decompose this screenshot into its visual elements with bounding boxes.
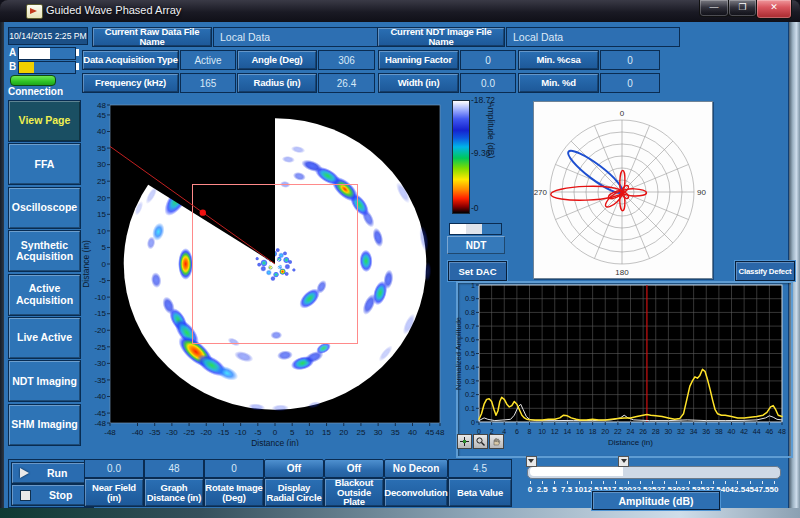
a-scan-plot[interactable]: 0246810121416182022242628303234363840424… <box>454 279 789 461</box>
slider-tick-label: 50 <box>762 485 786 494</box>
radius-value[interactable]: 26.4 <box>318 73 375 93</box>
param-value-graph-distance-in-[interactable]: 48 <box>144 459 204 478</box>
svg-text:-45: -45 <box>94 409 106 418</box>
param-label-deconvolution: Deconvolution <box>384 478 448 507</box>
zoom-tool-icon[interactable] <box>473 434 488 449</box>
minimize-button[interactable]: — <box>699 0 729 17</box>
ndt-progress[interactable] <box>449 223 502 235</box>
sidebar-item-view-page[interactable]: View Page <box>8 100 81 142</box>
sidebar-item-ndt-imaging[interactable]: NDT Imaging <box>8 360 81 402</box>
hanning-value[interactable]: 0 <box>460 50 516 70</box>
sidebar-item-shm-imaging[interactable]: SHM Imaging <box>8 404 81 446</box>
svg-text:14: 14 <box>563 428 571 435</box>
svg-text:5: 5 <box>290 428 295 437</box>
svg-text:45: 45 <box>425 428 434 437</box>
ndt-file-value[interactable]: Local Data <box>506 27 680 47</box>
run-button[interactable]: Run <box>11 462 91 484</box>
ndt-button[interactable]: NDT <box>447 236 505 254</box>
connection-label: Connection <box>8 86 63 97</box>
width-value[interactable]: 0.0 <box>460 73 516 93</box>
graph-palette <box>457 434 504 449</box>
sidebar-item-synthetic-acquisition[interactable]: Synthetic Acquisition <box>8 230 81 272</box>
angle-value[interactable]: 306 <box>318 50 375 70</box>
title-bar[interactable]: Guided Wave Phased Array — ❐ ✕ <box>0 0 800 22</box>
svg-text:10: 10 <box>538 428 546 435</box>
slider-tick <box>689 481 690 484</box>
svg-text:270: 270 <box>534 188 548 197</box>
channel-b-label: B <box>9 61 16 72</box>
svg-text:-20: -20 <box>200 428 212 437</box>
svg-text:32: 32 <box>677 428 685 435</box>
stop-icon <box>20 490 31 501</box>
ndt-image-plot[interactable]: -48-40-35-30-25-20-15-10-505101520253035… <box>80 96 448 450</box>
sidebar-item-active-acquisition[interactable]: Active Acquisition <box>8 274 81 316</box>
colorbar-min-label: -0 <box>471 203 479 213</box>
slider-tick <box>615 481 616 484</box>
param-value-beta-value[interactable]: 4.5 <box>448 459 512 478</box>
stop-button[interactable]: Stop <box>11 484 91 506</box>
slider-tick <box>640 481 641 484</box>
svg-text:-15: -15 <box>94 309 106 318</box>
window-title: Guided Wave Phased Array <box>46 4 181 16</box>
min-d-value[interactable]: 0 <box>600 73 660 93</box>
slider-tick <box>713 481 714 484</box>
connection-indicator <box>10 75 56 86</box>
maximize-button[interactable]: ❐ <box>728 0 757 17</box>
acq-type-value[interactable]: Active <box>180 50 236 70</box>
svg-text:0.3: 0.3 <box>465 377 475 386</box>
svg-text:0.5: 0.5 <box>465 349 475 358</box>
width-label: Width (in) <box>378 73 459 93</box>
sidebar-item-live-active[interactable]: Live Active <box>8 317 81 359</box>
svg-text:20: 20 <box>339 428 348 437</box>
svg-text:26: 26 <box>639 428 647 435</box>
ndt-progress-seg2 <box>466 224 482 234</box>
hanning-label: Hanning Factor <box>378 50 459 70</box>
min-csa-label: Min. %csa <box>518 50 599 70</box>
slider-tick <box>628 481 629 484</box>
param-label-display-radial-circle: Display Radial Circle <box>264 478 324 507</box>
svg-text:0.8: 0.8 <box>465 308 475 317</box>
svg-text:0: 0 <box>102 260 107 269</box>
classify-defect-button[interactable]: Classify Defect <box>735 261 795 281</box>
param-value-rotate-image-deg-[interactable]: 0 <box>204 459 264 478</box>
min-d-label: Min. %d <box>518 73 599 93</box>
param-value-deconvolution[interactable]: No Decon <box>384 459 448 478</box>
run-label: Run <box>47 467 67 479</box>
slider-tick <box>603 481 604 484</box>
sidebar-item-oscilloscope[interactable]: Oscilloscope <box>8 187 81 229</box>
svg-text:0: 0 <box>620 109 625 118</box>
beam-pattern-plot[interactable]: 018027090 <box>533 101 713 279</box>
svg-text:22: 22 <box>614 428 622 435</box>
svg-text:48: 48 <box>778 428 786 435</box>
crosshair-tool-icon[interactable] <box>457 434 472 449</box>
svg-text:0: 0 <box>471 418 475 427</box>
svg-text:30: 30 <box>97 160 106 169</box>
amplitude-slider-handle-2[interactable] <box>618 456 629 467</box>
svg-text:-10: -10 <box>235 428 247 437</box>
param-value-blackout-outside-plate[interactable]: Off <box>324 459 384 478</box>
slider-tick <box>664 481 665 484</box>
channel-a-progress <box>18 47 76 60</box>
svg-text:45: 45 <box>97 111 106 120</box>
svg-text:Distance (in): Distance (in) <box>251 438 299 446</box>
raw-file-value[interactable]: Local Data <box>213 27 381 47</box>
param-label-graph-distance-in-: Graph Distance (in) <box>144 478 204 507</box>
set-dac-button[interactable]: Set DAC <box>448 261 507 281</box>
close-button[interactable]: ✕ <box>756 0 792 19</box>
min-csa-value[interactable]: 0 <box>600 50 660 70</box>
svg-text:48: 48 <box>436 428 445 437</box>
pan-tool-icon[interactable] <box>489 434 504 449</box>
param-value-near-field-in-[interactable]: 0.0 <box>84 459 144 478</box>
svg-text:-35: -35 <box>149 428 161 437</box>
svg-text:10: 10 <box>97 227 106 236</box>
raw-file-label: Current Raw Data File Name <box>92 27 212 47</box>
radius-label: Radius (in) <box>237 73 317 93</box>
amplitude-slider-handle-1[interactable] <box>526 456 537 467</box>
frequency-value[interactable]: 165 <box>180 73 236 93</box>
param-value-display-radial-circle[interactable]: Off <box>264 459 324 478</box>
param-label-blackout-outside-plate: Blackout Outside Plate <box>324 478 384 507</box>
sidebar-item-ffa[interactable]: FFA <box>8 143 81 185</box>
svg-text:6: 6 <box>515 428 519 435</box>
param-label-beta-value: Beta Value <box>448 478 512 507</box>
svg-text:-48: -48 <box>104 428 116 437</box>
